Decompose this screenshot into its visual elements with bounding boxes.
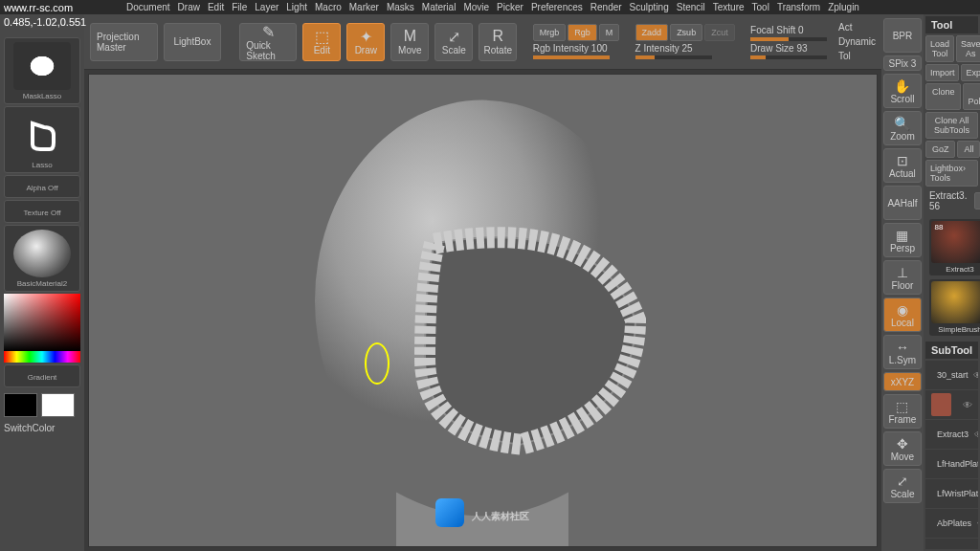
mrgb-button[interactable]: Mrgb [533, 24, 567, 41]
lsym-button[interactable]: ↔L.Sym [883, 335, 922, 369]
actual-button[interactable]: ⊡Actual [883, 148, 922, 183]
scroll-button[interactable]: ✋Scroll [883, 74, 922, 108]
hue-strip[interactable] [4, 351, 80, 363]
extract-slider[interactable]: Extract3. 56R [925, 188, 978, 213]
lightbox-button[interactable]: LightBox [164, 23, 221, 61]
zoom-button[interactable]: 🔍Zoom [883, 111, 922, 145]
masklasso-label: MaskLasso [23, 92, 61, 100]
stroke-lasso[interactable]: Lasso [4, 106, 80, 173]
quick-sketch-button[interactable]: ✎Quick Sketch [239, 23, 297, 61]
menu-macro[interactable]: Macro [315, 2, 342, 12]
menu-file[interactable]: File [232, 2, 247, 12]
rgb-button[interactable]: Rgb [568, 24, 597, 41]
lsym-icon: ↔ [896, 340, 909, 355]
eye-icon[interactable]: 👁 [974, 430, 978, 440]
top-toolbar: Projection Master LightBox ✎Quick Sketch… [84, 14, 881, 70]
projection-master-button[interactable]: Projection Master [90, 23, 158, 61]
export-button[interactable]: Export [961, 64, 980, 81]
spix-button[interactable]: SPix 3 [883, 55, 922, 71]
gradient-toggle[interactable]: Gradient [4, 364, 80, 387]
subtool-title[interactable]: SubTool [925, 342, 978, 359]
tool-item-simplebrush[interactable]: SimpleBrush [929, 279, 980, 336]
goz-button[interactable]: GoZ [925, 141, 956, 158]
frame-button[interactable]: ⬚Frame [883, 394, 922, 429]
subtool-item[interactable]: Extract3👁 [925, 420, 978, 450]
menu-draw[interactable]: Draw [178, 2, 200, 12]
menu-render[interactable]: Render [590, 2, 622, 12]
subtool-item[interactable]: 30_start👁 [925, 361, 978, 390]
alpha-off[interactable]: Alpha Off [4, 175, 80, 198]
menu-stencil[interactable]: Stencil [677, 2, 705, 12]
tool-item-extract3[interactable]: 88Extract3 [929, 219, 980, 276]
menu-light[interactable]: Light [286, 2, 307, 12]
xyz-button[interactable]: xXYZ [883, 372, 922, 391]
load-tool-button[interactable]: Load Tool [925, 35, 954, 62]
actual-icon: ⊡ [897, 153, 908, 168]
menu-edit[interactable]: Edit [208, 2, 224, 12]
draw-button[interactable]: ✦Draw [346, 23, 385, 61]
aahalf-button[interactable]: AAHalf [883, 186, 922, 220]
draw-size-slider[interactable]: Draw Size 93 [750, 43, 827, 59]
focal-shift-slider[interactable]: Focal Shift 0 [750, 25, 827, 41]
import-button[interactable]: Import [925, 64, 960, 81]
bpr-button[interactable]: BPR [883, 18, 922, 53]
clone-button[interactable]: Clone [925, 83, 962, 110]
extract-r-button[interactable]: R [974, 192, 980, 209]
save-as-button[interactable]: Save As [956, 35, 980, 62]
persp-button[interactable]: ▦Persp [883, 223, 922, 257]
menu-marker[interactable]: Marker [349, 2, 379, 12]
goz-all-button[interactable]: All [957, 141, 980, 158]
menu-tool[interactable]: Tool [752, 2, 769, 12]
subtool-thumb-icon [931, 393, 951, 416]
menu-material[interactable]: Material [422, 2, 457, 12]
menu-layer[interactable]: Layer [255, 2, 278, 12]
subtool-label: LfShldBase [937, 548, 978, 549]
dynamic-label: Dynamic [838, 36, 876, 47]
menu-preferences[interactable]: Preferences [531, 2, 583, 12]
tool-panel-title[interactable]: Tool [925, 16, 978, 33]
menu-movie[interactable]: Movie [463, 2, 489, 12]
texture-off[interactable]: Texture Off [4, 200, 80, 223]
eye-icon[interactable]: 👁 [973, 370, 978, 381]
local-button[interactable]: ◉Local [883, 298, 922, 332]
menu-zplugin[interactable]: Zplugin [828, 2, 859, 12]
subtool-item[interactable]: LfHandPlate👁 [925, 450, 978, 479]
swatch-white[interactable] [41, 393, 75, 417]
edit-button[interactable]: ⬚Edit [302, 23, 341, 61]
model-head [281, 90, 683, 547]
eye-icon[interactable]: 👁 [963, 400, 972, 410]
m-button[interactable]: M [599, 24, 620, 41]
brush-masklasso[interactable]: MaskLasso [4, 37, 80, 104]
eye-icon[interactable]: 👁 [977, 518, 978, 529]
menu-transform[interactable]: Transform [777, 2, 820, 12]
viewport-canvas[interactable]: 人人素材社区 [88, 74, 878, 547]
menu-sculpting[interactable]: Sculpting [630, 2, 669, 12]
zcut-button[interactable]: Zcut [704, 24, 735, 41]
subtool-item[interactable]: LfWristPlate👁 [925, 479, 978, 509]
subtool-item[interactable]: AbPlates👁 [925, 509, 978, 539]
scale-nav-button[interactable]: ⤢Scale [883, 469, 922, 503]
scale-button[interactable]: ⤢Scale [434, 23, 473, 61]
rgb-intensity-slider[interactable]: Rgb Intensity 100 [533, 43, 620, 59]
color-picker[interactable] [4, 294, 80, 363]
move-button[interactable]: MMove [390, 23, 429, 61]
zadd-button[interactable]: Zadd [635, 24, 669, 41]
menu-document[interactable]: Document [126, 2, 170, 12]
clone-all-button[interactable]: Clone All SubTools [925, 112, 978, 139]
menu-picker[interactable]: Picker [497, 2, 523, 12]
zsub-button[interactable]: Zsub [670, 24, 702, 41]
material-basic[interactable]: BasicMaterial2 [4, 225, 80, 292]
floor-button[interactable]: ⊥Floor [883, 260, 922, 295]
subtool-item[interactable]: 👁 [925, 390, 978, 420]
swatch-black[interactable] [4, 393, 37, 417]
color-field[interactable] [4, 294, 80, 351]
make-polymesh-button[interactable]: Make PolyMesh3D [963, 83, 980, 110]
move-nav-button[interactable]: ✥Move [883, 431, 922, 466]
lightbox-tools-button[interactable]: Lightbox› Tools [925, 160, 978, 187]
menu-texture[interactable]: Texture [713, 2, 745, 12]
switchcolor-label[interactable]: SwitchColor [4, 423, 80, 433]
rotate-button[interactable]: RRotate [479, 23, 517, 61]
menu-masks[interactable]: Masks [387, 2, 414, 12]
subtool-item[interactable]: LfShldBase👁 [925, 539, 978, 549]
z-intensity-slider[interactable]: Z Intensity 25 [635, 43, 735, 59]
